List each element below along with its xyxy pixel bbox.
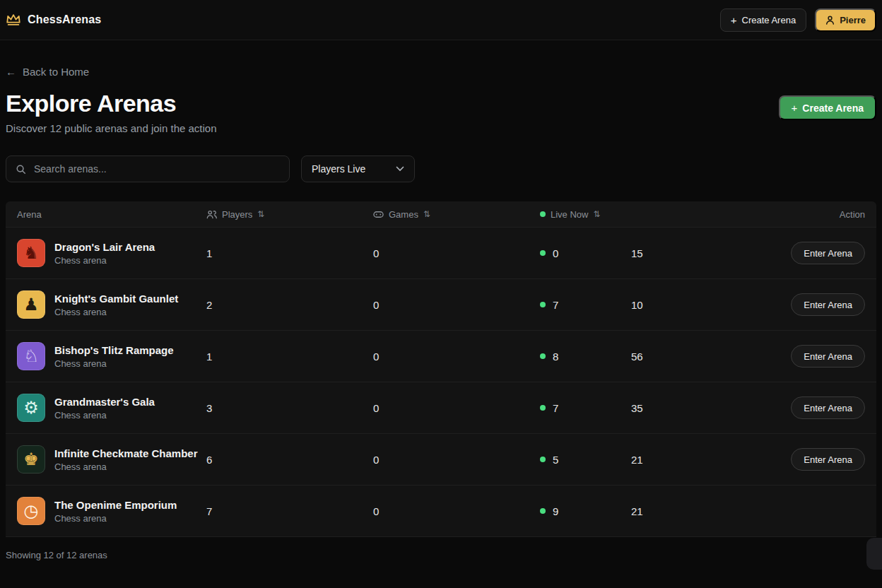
games-icon	[373, 211, 384, 218]
players-count: 1	[206, 351, 373, 363]
players-icon	[206, 210, 217, 219]
column-header-games[interactable]: Games ⇅	[373, 209, 540, 220]
live-dot-icon	[540, 250, 546, 256]
live-count: 7	[540, 299, 631, 311]
table-row: ♞ Dragon's Lair Arena Chess arena 1 0 0 …	[6, 227, 876, 278]
search-input[interactable]	[33, 163, 280, 175]
players-count: 2	[206, 299, 373, 311]
arena-subtitle: Chess arena	[54, 255, 155, 266]
live-count: 5	[540, 454, 631, 466]
arena-name: The Openime Emporium	[54, 499, 177, 511]
live-dot-icon	[540, 353, 546, 359]
search-icon	[16, 164, 26, 175]
plus-icon: +	[731, 15, 737, 25]
column-header-arena: Arena	[17, 209, 206, 220]
table-row: ◷ The Openime Emporium Chess arena 7 0 9…	[6, 485, 876, 536]
enter-arena-button[interactable]: Enter Arena	[791, 448, 865, 471]
live-count: 8	[540, 351, 631, 363]
enter-arena-button[interactable]: Enter Arena	[791, 345, 865, 368]
filter-value: Players Live	[312, 163, 365, 175]
enter-arena-button[interactable]: Enter Arena	[791, 242, 865, 264]
games-count: 0	[373, 505, 540, 517]
live-count: 0	[540, 247, 631, 259]
enter-arena-button[interactable]: Enter Arena	[791, 396, 865, 419]
arena-rating: 35	[631, 402, 791, 414]
enter-arena-button[interactable]: Enter Arena	[791, 293, 865, 316]
table-row: ⚙ Grandmaster's Gala Chess arena 3 0 7 3…	[6, 382, 876, 433]
arena-subtitle: Chess arena	[54, 410, 155, 421]
arena-subtitle: Chess arena	[54, 358, 174, 369]
live-dot-icon	[540, 508, 546, 514]
back-link-label: Back to Home	[23, 66, 89, 78]
games-count: 0	[373, 402, 540, 414]
page-subtitle: Discover 12 public arenas and join the a…	[6, 122, 217, 134]
sort-icon: ⇅	[257, 209, 264, 219]
user-icon	[825, 16, 835, 25]
arena-rating: 10	[631, 299, 791, 311]
arena-icon-clock: ◷	[17, 497, 45, 525]
create-arena-button-top[interactable]: + Create Arena	[720, 8, 806, 32]
arena-icon-knight: ♘	[17, 342, 45, 370]
players-count: 3	[206, 402, 373, 414]
column-header-action: Action	[840, 209, 865, 220]
back-arrow-icon: ←	[6, 66, 16, 78]
table-header-row: Arena Players ⇅	[6, 201, 876, 227]
arena-icon-pawn: ♟	[17, 290, 45, 319]
arena-name: Knight's Gambit Gaunlet	[54, 293, 178, 305]
chevron-down-icon	[396, 166, 404, 172]
search-box	[6, 155, 290, 182]
arena-name: Bishop's Tlitz Rampage	[54, 344, 174, 356]
live-dot-icon	[540, 405, 546, 411]
players-count: 6	[206, 454, 373, 466]
sort-icon: ⇅	[423, 209, 430, 219]
plus-icon: +	[792, 102, 798, 113]
players-count: 1	[206, 247, 373, 259]
arena-subtitle: Chess arena	[54, 307, 178, 317]
create-arena-button-main[interactable]: + Create Arena	[779, 95, 876, 120]
user-name: Pierre	[840, 16, 866, 25]
crown-icon	[6, 13, 21, 26]
players-count: 7	[206, 505, 373, 517]
arena-name: Infinite Checkmate Chamber	[54, 447, 198, 459]
arena-icon-gear: ⚙	[17, 394, 45, 422]
column-header-live[interactable]: Live Now ⇅	[540, 209, 631, 220]
user-button[interactable]: Pierre	[815, 8, 876, 32]
games-count: 0	[373, 299, 540, 311]
arena-rating: 21	[631, 454, 791, 466]
create-arena-label: Create Arena	[802, 103, 864, 113]
live-dot-icon	[540, 211, 546, 217]
table-row: ♟ Knight's Gambit Gaunlet Chess arena 2 …	[6, 278, 876, 330]
create-arena-label: Create Arena	[742, 16, 796, 25]
brand[interactable]: ChessArenas	[6, 13, 101, 26]
page-title: Explore Arenas	[6, 90, 217, 117]
top-bar: ChessArenas + Create Arena Pierre	[0, 0, 882, 40]
arena-table: Arena Players ⇅	[6, 201, 876, 560]
games-count: 0	[373, 351, 540, 363]
live-dot-icon	[540, 457, 546, 462]
arena-icon-dragon: ♞	[17, 239, 45, 267]
table-row: ♘ Bishop's Tlitz Rampage Chess arena 1 0…	[6, 330, 876, 382]
corner-widget[interactable]	[866, 538, 882, 570]
brand-name: ChessArenas	[28, 13, 101, 26]
live-count: 9	[540, 505, 631, 517]
table-row: ♚ Infinite Checkmate Chamber Chess arena…	[6, 433, 876, 485]
filter-dropdown[interactable]: Players Live	[301, 155, 415, 182]
live-dot-icon	[540, 302, 546, 307]
table-footer-text: Showing 12 of 12 arenas	[6, 536, 876, 560]
arena-name: Grandmaster's Gala	[54, 396, 155, 408]
games-count: 0	[373, 454, 540, 466]
arena-subtitle: Chess arena	[54, 513, 177, 524]
arena-rating: 15	[631, 247, 791, 259]
live-count: 7	[540, 402, 631, 414]
arena-name: Dragon's Lair Arena	[54, 241, 155, 253]
back-to-home-link[interactable]: ← Back to Home	[6, 66, 89, 78]
games-count: 0	[373, 247, 540, 259]
column-header-players[interactable]: Players ⇅	[206, 209, 373, 220]
arena-icon-king: ♚	[17, 445, 45, 474]
arena-subtitle: Chess arena	[54, 461, 198, 472]
arena-rating: 56	[631, 351, 791, 363]
arena-rating: 21	[631, 505, 865, 517]
sort-icon: ⇅	[593, 209, 600, 219]
